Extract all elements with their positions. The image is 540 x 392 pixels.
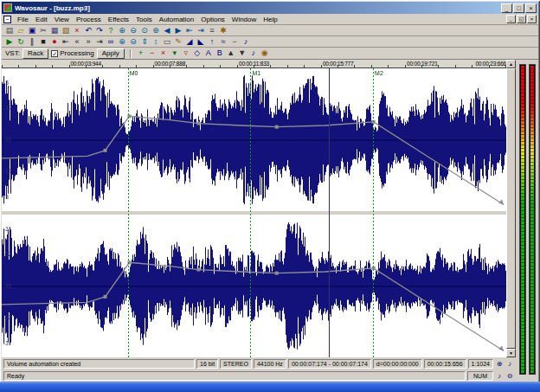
cut-icon[interactable]: ✂ [38,26,48,35]
vst-add-icon[interactable]: + [136,48,146,58]
title-bar[interactable]: Wavosaur - [buzz.mp3] _ □ × [2,2,538,14]
view-back-icon[interactable]: ◀ [162,26,172,35]
menu-item[interactable]: Tools [132,16,156,23]
go-end-icon[interactable]: ⇥ [196,26,206,35]
ruler-timestamp: 00:00:19:721 [407,61,438,67]
new-file-icon[interactable]: ▤ [4,26,15,35]
vertical-scrollbar[interactable]: ▲ ▼ [506,60,516,357]
meter-fill [530,66,534,373]
note-icon[interactable]: ♪ [248,48,259,58]
options-icon[interactable]: ✱ [218,26,228,35]
vst-clear-icon[interactable]: × [158,48,169,58]
status-field: STEREO [220,359,252,369]
zoom-vertical-out-icon[interactable]: ↕ [151,37,161,47]
record-icon[interactable]: ● [49,37,60,47]
marker-insert-icon[interactable]: ▾ [170,48,180,58]
copy-icon[interactable]: ▦ [49,26,60,35]
menu-item[interactable]: Help [260,16,280,23]
letter-a-icon[interactable]: A [203,48,214,58]
select-all-icon[interactable]: ▭ [162,37,172,47]
status-speaker-icon[interactable]: ♪ [505,360,514,368]
pen-icon[interactable]: ✎ [173,37,183,47]
mdi-restore-button[interactable]: ◱ [517,15,526,23]
vst-remove-icon[interactable]: − [147,48,158,58]
waveform-display[interactable] [2,68,506,357]
zoom-all-icon[interactable]: ⊛ [151,26,161,35]
ruler-labels: 00:00:03:94400:00:07:88800:00:11:83300:0… [2,60,506,67]
stop-icon[interactable]: ■ [38,37,48,47]
ruler-timestamp: 00:00:11:833 [239,61,269,67]
play-icon[interactable]: ▶ [4,37,15,47]
minimize-button[interactable]: _ [501,3,512,13]
menu-items: FileEditViewProcessEffectsToolsAutomatio… [14,14,281,24]
silence-icon[interactable]: − [229,37,240,47]
rewind-icon[interactable]: « [72,37,82,47]
go-start-icon[interactable]: ⇤ [184,26,195,35]
loop-icon[interactable]: ∞ [106,37,116,47]
paste-icon[interactable]: ▧ [61,26,71,35]
scrollbar-thumb[interactable] [506,68,516,349]
ruler-timestamp: 00:00:03:944 [70,61,101,67]
forward-icon[interactable]: » [83,37,93,47]
go-begin-icon[interactable]: ⇤ [61,37,71,47]
undo-icon[interactable]: ↶ [83,26,93,35]
delete-icon[interactable]: × [72,26,82,35]
go-finish-icon[interactable]: ⇥ [94,37,105,47]
scroll-down-icon[interactable]: ▼ [506,349,516,357]
tray-magnifier-icon[interactable]: ⊖ [505,372,514,380]
num-lock-indicator: NUM [467,371,493,381]
menu-item[interactable]: Window [228,16,260,23]
zoom-horizontal-in-icon[interactable]: ⊕ [117,37,127,47]
menu-item[interactable]: Edit [32,16,51,23]
normalize-icon[interactable]: ↑ [207,37,217,47]
vst-label: VST: [5,49,20,57]
mdi-close-button[interactable]: × [527,15,537,23]
rack-button[interactable]: Rack [22,48,48,59]
windows-taskbar[interactable] [0,382,540,392]
menu-item[interactable]: Options [197,16,228,23]
fade-out-icon[interactable]: ◣ [196,37,206,47]
mdi-window-controls: _ ◱ × [506,15,537,23]
letter-b-icon[interactable]: B [215,48,225,58]
move-up-icon[interactable]: ▲ [226,48,236,58]
invert-icon[interactable]: ≈ [218,37,228,47]
time-ruler[interactable]: 00:00:03:94400:00:07:88800:00:11:83300:0… [2,60,506,68]
speaker-icon[interactable]: ♪ [241,37,251,47]
mdi-minimize-button[interactable]: _ [506,15,516,23]
save-icon[interactable]: ▣ [27,26,37,35]
scroll-up-icon[interactable]: ▲ [506,60,516,68]
loop-points-icon[interactable]: ◇ [192,48,202,58]
status-bar: Volume automation created 16 bitSTEREO44… [2,357,516,370]
open-folder-icon[interactable]: ▱ [16,26,26,35]
pause-icon[interactable]: ∥ [27,37,37,47]
play-loop-icon[interactable]: ↻ [16,37,26,47]
toolbar-main: ▤▱▣✂▦▧×↶↷?⊕⊖⊙⊛◀▶⇤⇥≡✱ [2,25,538,36]
zoom-horizontal-out-icon[interactable]: ⊖ [128,37,138,47]
marker-delete-icon[interactable]: ▿ [181,48,191,58]
status-zoom-icon[interactable]: ⊕ [495,360,504,368]
close-button[interactable]: × [525,3,537,13]
tray-speaker-icon[interactable]: ♪ [495,372,504,380]
ready-status: Ready [3,371,466,381]
help-icon[interactable]: ? [106,26,116,35]
fade-in-icon[interactable]: ◢ [184,37,195,47]
move-down-icon[interactable]: ▼ [237,48,248,58]
lock-icon[interactable]: ◉ [260,48,270,58]
zoom-selection-icon[interactable]: ⊙ [139,26,150,35]
zoom-vertical-in-icon[interactable]: ⇕ [139,37,150,47]
redo-icon[interactable]: ↷ [94,26,105,35]
zoom-in-icon[interactable]: ⊕ [117,26,127,35]
menu-item[interactable]: Process [73,16,105,23]
apply-button[interactable]: Apply [97,48,125,59]
menu-item[interactable]: Automation [156,16,197,23]
menu-item[interactable]: View [51,16,73,23]
view-forward-icon[interactable]: ▶ [173,26,183,35]
zoom-out-icon[interactable]: ⊖ [128,26,138,35]
processing-checkbox[interactable]: ✓ Processing [51,49,94,57]
toolbar-separator [130,49,131,58]
menu-item[interactable]: Effects [105,16,132,23]
statistics-icon[interactable]: ≡ [207,26,217,35]
maximize-button[interactable]: □ [513,3,524,13]
level-meter-left [519,64,526,375]
menu-item[interactable]: File [14,16,32,23]
